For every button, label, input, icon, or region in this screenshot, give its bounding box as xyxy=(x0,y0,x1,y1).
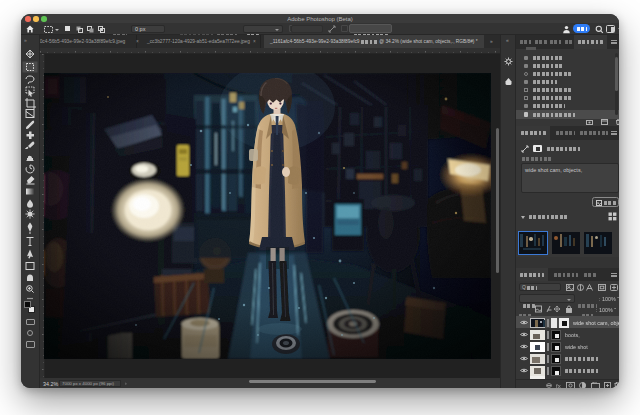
svg-text:fx: fx xyxy=(556,382,561,388)
